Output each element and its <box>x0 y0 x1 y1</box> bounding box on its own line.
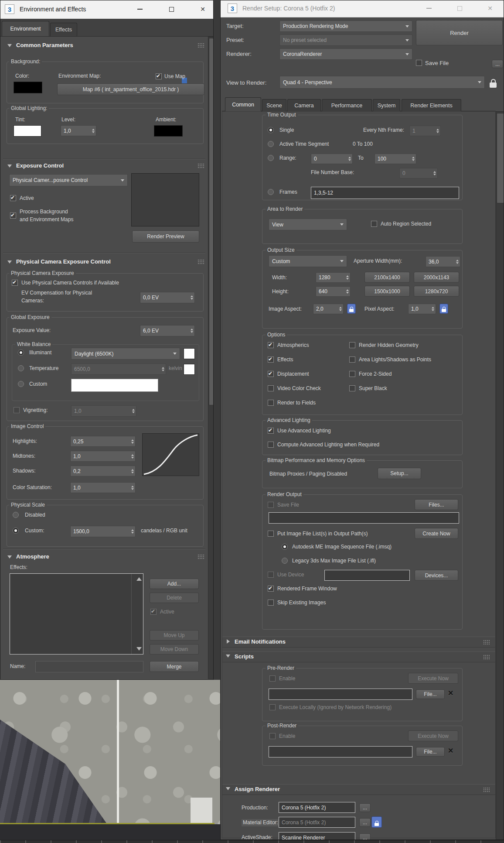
production-browse-button[interactable]: ... <box>359 803 371 812</box>
use-map-checkbox[interactable] <box>156 73 162 79</box>
files-button[interactable]: Files... <box>415 499 458 510</box>
output-path-field[interactable] <box>269 512 459 524</box>
pre-render-clear-icon[interactable]: ✕ <box>448 689 453 697</box>
effects-checkbox[interactable] <box>268 356 274 363</box>
legacy-ifl-radio[interactable] <box>282 558 288 564</box>
delete-effect-button[interactable]: Delete <box>150 593 199 603</box>
pre-render-execute-button[interactable]: Execute Now <box>408 673 458 684</box>
drag-handle-icon[interactable] <box>198 259 205 264</box>
use-advanced-lighting-checkbox[interactable] <box>268 428 274 434</box>
every-nth-frame-spinner[interactable]: 1 <box>409 126 441 136</box>
left-scrollbar-thumb[interactable] <box>209 38 214 405</box>
range-from-spinner[interactable]: 0 <box>311 154 353 164</box>
render-button[interactable]: Render <box>416 20 503 45</box>
spinner-arrows-icon[interactable] <box>191 295 193 300</box>
illuminant-dropdown[interactable]: Daylight (6500K) <box>71 348 180 360</box>
post-render-script-field[interactable] <box>269 746 412 757</box>
tab-scene[interactable]: Scene <box>262 99 286 111</box>
super-black-checkbox[interactable] <box>349 385 355 391</box>
rollout-physical-camera-exposure[interactable]: Physical Camera Exposure Control <box>16 258 111 265</box>
chevron-down-icon[interactable] <box>7 164 12 168</box>
target-dropdown[interactable]: Production Rendering Mode <box>279 21 412 32</box>
width-spinner[interactable]: 1280 <box>316 272 351 283</box>
highlights-spinner[interactable]: 0,25 <box>70 436 136 447</box>
spinner-arrows-icon[interactable] <box>131 454 134 459</box>
scale-disabled-radio[interactable] <box>13 512 19 518</box>
lock-icon[interactable] <box>490 76 497 88</box>
move-up-button[interactable]: Move Up <box>150 630 199 641</box>
auto-region-checkbox[interactable] <box>371 221 377 227</box>
range-radio[interactable] <box>268 155 274 161</box>
spinner-arrows-icon[interactable] <box>191 329 193 333</box>
spinner-arrows-icon[interactable] <box>131 469 134 473</box>
drag-handle-icon[interactable] <box>483 655 490 659</box>
scroll-down-icon[interactable] <box>136 647 142 651</box>
environment-map-button[interactable]: Map #6 ( int_apartment_office_2015.hdr ) <box>57 83 204 95</box>
exposure-value-spinner[interactable]: 6,0 EV <box>140 325 195 336</box>
video-color-check-checkbox[interactable] <box>268 385 274 391</box>
use-device-checkbox[interactable] <box>268 572 274 578</box>
maximize-button[interactable] <box>451 2 468 15</box>
minimize-button[interactable] <box>420 2 438 15</box>
spinner-arrows-icon[interactable] <box>131 529 134 534</box>
renderer-dropdown[interactable]: CoronaRenderer <box>279 48 412 60</box>
spinner-arrows-icon[interactable] <box>412 157 415 161</box>
spinner-arrows-icon[interactable] <box>346 275 349 280</box>
compute-advanced-lighting-checkbox[interactable] <box>268 442 274 448</box>
titlebar[interactable]: 3 Environment and Effects ✕ <box>0 0 213 19</box>
pre-render-script-field[interactable] <box>269 689 412 700</box>
rollout-atmosphere[interactable]: Atmosphere <box>16 553 49 560</box>
rollout-common-parameters[interactable]: Common Parameters <box>16 42 73 48</box>
scale-custom-spinner[interactable]: 1500,0 <box>70 526 136 537</box>
save-file-checkbox[interactable] <box>416 60 422 66</box>
active-time-segment-radio[interactable] <box>268 141 274 147</box>
chevron-down-icon[interactable] <box>7 260 12 264</box>
level-spinner[interactable]: 1,0 <box>61 125 96 136</box>
custom-wb-swatch[interactable] <box>71 379 158 392</box>
exposure-active-checkbox[interactable] <box>10 195 16 201</box>
merge-button[interactable]: Merge <box>150 661 199 672</box>
tint-swatch[interactable] <box>14 125 41 137</box>
post-render-enable-checkbox[interactable] <box>269 733 276 739</box>
close-button[interactable]: ✕ <box>194 3 211 16</box>
temperature-color-swatch[interactable] <box>184 364 195 375</box>
pixel-aspect-spinner[interactable]: 1,0 <box>408 304 436 314</box>
preset-2000x1143-button[interactable]: 2000x1143 <box>414 272 459 283</box>
area-to-render-dropdown[interactable]: View <box>269 219 347 230</box>
tab-render-elements[interactable]: Render Elements <box>402 99 461 111</box>
drag-handle-icon[interactable] <box>483 787 490 792</box>
pixel-aspect-lock-icon[interactable] <box>439 304 448 314</box>
spinner-arrows-icon[interactable] <box>436 129 439 133</box>
tab-performance[interactable]: Performance <box>322 99 372 111</box>
tab-environment[interactable]: Environment <box>2 21 49 36</box>
spinner-arrows-icon[interactable] <box>162 367 164 371</box>
move-down-button[interactable]: Move Down <box>150 644 199 655</box>
single-radio[interactable] <box>268 127 274 133</box>
aperture-width-spinner[interactable]: 36,0 <box>426 256 460 267</box>
post-render-file-button[interactable]: File... <box>416 747 445 757</box>
spinner-arrows-icon[interactable] <box>132 409 135 413</box>
rollout-exposure-control[interactable]: Exposure Control <box>16 162 64 169</box>
spinner-arrows-icon[interactable] <box>456 260 459 264</box>
exposure-control-dropdown[interactable]: Physical Camer...posure Control <box>9 174 128 186</box>
drag-handle-icon[interactable] <box>198 554 205 559</box>
illuminant-color-swatch[interactable] <box>184 348 195 359</box>
put-image-list-checkbox[interactable] <box>268 531 274 537</box>
save-file-browse-button[interactable]: ... <box>492 60 503 68</box>
right-scrollbar[interactable] <box>496 111 504 840</box>
titlebar[interactable]: 3 Render Setup: Corona 5 (Hotfix 2) ✕ <box>221 0 504 17</box>
output-save-file-checkbox[interactable] <box>268 502 274 508</box>
range-to-spinner[interactable]: 100 <box>375 154 416 164</box>
custom-wb-radio[interactable] <box>18 381 24 387</box>
bitmap-setup-button[interactable]: Setup... <box>378 468 421 479</box>
add-effect-button[interactable]: Add... <box>150 579 199 589</box>
close-button[interactable]: ✕ <box>481 2 499 15</box>
post-render-clear-icon[interactable]: ✕ <box>448 747 453 755</box>
ambient-swatch[interactable] <box>154 125 183 137</box>
render-preview-button[interactable]: Render Preview <box>132 230 199 243</box>
drag-handle-icon[interactable] <box>483 640 490 644</box>
temperature-spinner[interactable]: 6500,0 <box>71 363 166 375</box>
activeshade-browse-button[interactable]: ... <box>359 833 371 840</box>
chevron-down-icon[interactable] <box>7 44 12 47</box>
spinner-arrows-icon[interactable] <box>339 307 342 311</box>
